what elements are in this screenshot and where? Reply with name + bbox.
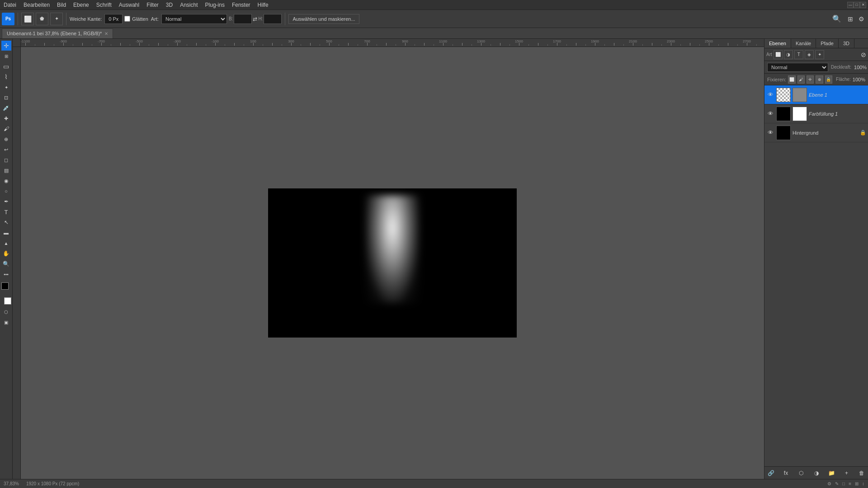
layout-icon[interactable]: ⊞ [846,15,855,23]
layers-search-toolbar: Art ⬜ ◑ T ◈ ✦ ⊘ [764,48,868,61]
eraser-tool[interactable]: ◻ [1,155,11,165]
layer-kind-filter-shape[interactable]: ◈ [805,50,814,59]
art-select[interactable]: Normal Fest definiert Festes Seitenverhä… [161,14,227,24]
workspace-wrapper: -1100-900-700-500-300-100100300500700900… [13,39,764,479]
lock-position-button[interactable]: ✛ [807,75,814,84]
eyedropper-tool[interactable]: 💉 [1,103,11,113]
glatten-checkbox[interactable] [124,16,130,22]
clone-stamp-tool[interactable]: ⊕ [1,134,11,144]
magic-wand-tool[interactable]: ✦ [50,13,63,25]
layer-mask-button[interactable]: ⬡ [797,469,806,478]
layer-link-button[interactable]: 🔗 [766,469,775,478]
rect-select-tool[interactable]: ▭ [1,61,11,71]
height-input[interactable] [264,14,282,24]
screen-mode-tool[interactable]: ▣ [1,317,11,327]
zoom-tool[interactable]: 🔍 [1,259,11,269]
width-input[interactable] [234,14,252,24]
tab-kanaele[interactable]: Kanäle [791,39,816,48]
auswahl-maskieren-button[interactable]: Auswählen und maskieren... [288,14,359,24]
crop-tool[interactable]: ⊡ [1,93,11,103]
search-icon[interactable]: 🔍 [830,14,844,23]
settings-icon[interactable]: ⚙ [857,15,866,23]
rectangular-marquee-tool[interactable]: ⬜ [21,13,34,25]
healing-tool[interactable]: ✚ [1,113,11,123]
layer-visibility-ebene1[interactable]: 👁 [766,91,774,99]
more-tools[interactable]: ••• [1,269,11,279]
main-layout: ✛ ⊞ ▭ ⌇ ✦ ⊡ 💉 ✚ 🖌 ⊕ ↩ ◻ ▤ ◉ ○ ✒ T ↖ ▬ ▲ … [0,39,868,479]
layer-style-button[interactable]: fx [782,469,791,478]
lock-artboard-button[interactable]: ⊕ [816,75,823,84]
maximize-button[interactable]: □ [854,2,860,8]
pen-tool[interactable]: ✒ [1,197,11,206]
layer-visibility-hintergrund[interactable]: 👁 [766,129,774,137]
layer-mode-select[interactable]: Normal Multiplizieren Negativ multiplizi… [767,63,828,72]
layer-thumb2-farbfullung1 [793,107,807,121]
lock-pixel-button[interactable]: 🖌 [797,75,805,84]
menu-item-fenster[interactable]: Fenster [228,1,254,9]
layer-mode-opacity-row: Normal Multiplizieren Negativ multiplizi… [764,61,868,74]
tab-pfade[interactable]: Pfade [816,39,839,48]
tab-close-icon[interactable]: ✕ [104,31,108,36]
menu-item-plugins[interactable]: Plug-ins [202,1,228,9]
weiche-kante-input[interactable] [104,14,123,24]
menu-item-ebene[interactable]: Ebene [70,1,93,9]
quick-mask-tool[interactable]: ⬡ [1,307,11,317]
layer-group-button[interactable]: 📁 [827,469,836,478]
lock-all-button[interactable]: 🔒 [825,75,832,84]
layer-kind-filter-pixel[interactable]: ⬜ [774,50,783,59]
gradient-tool[interactable]: ▤ [1,165,11,175]
layer-adjustment-button[interactable]: ◑ [812,469,821,478]
layer-item-farbfullung1[interactable]: 👁 Farbfüllung 1 [764,104,868,123]
new-layer-button[interactable]: + [842,469,851,478]
menu-item-3d[interactable]: 3D [162,1,176,9]
delete-layer-button[interactable]: 🗑 [857,469,866,478]
layer-name-hintergrund: Hintergrund [793,130,858,136]
history-brush-tool[interactable]: ↩ [1,145,11,155]
layer-lock-icon: 🔒 [860,130,866,136]
close-button[interactable]: ✕ [860,2,866,8]
move-tool[interactable]: ✛ [1,41,11,51]
lasso-tool-side[interactable]: ⌇ [1,72,11,82]
menu-item-schrift[interactable]: Schrift [93,1,115,9]
path-select-tool[interactable]: ↖ [1,217,11,227]
layer-item-ebene1[interactable]: 👁 Ebene 1 [764,85,868,104]
canvas-area[interactable] [21,47,764,479]
tab-ebenen[interactable]: Ebenen [764,39,791,48]
layer-filter-toggle[interactable]: ⊘ [861,51,866,58]
brush-tool[interactable]: 🖌 [1,124,11,134]
flaeche-value: 100% [853,77,865,82]
menu-item-ansicht[interactable]: Ansicht [176,1,201,9]
tab-3d[interactable]: 3D [839,39,854,48]
minimize-button[interactable]: — [847,2,854,8]
menu-item-bearbeiten[interactable]: Bearbeiten [20,1,53,9]
menu-item-filter[interactable]: Filter [143,1,162,9]
panel-tabs: Ebenen Kanäle Pfade 3D [764,39,868,48]
document-tab[interactable]: Unbenannt-1 bei 37,8% (Ebene 1, RGB/8)* … [2,28,113,38]
swap-icon[interactable]: ⇄ [253,16,257,22]
layer-kind-filter-adjust[interactable]: ◑ [784,50,793,59]
menu-item-datei[interactable]: Datei [0,1,20,9]
background-color[interactable] [1,295,11,305]
layer-visibility-farbfullung1[interactable]: 👁 [766,110,774,118]
artboard-tool[interactable]: ⊞ [1,51,11,61]
type-tool[interactable]: T [1,207,11,217]
hand-tool[interactable]: ✋ [1,249,11,258]
layer-item-hintergrund[interactable]: 👁 Hintergrund 🔒 [764,123,868,142]
ruler-horizontal: -1100-900-700-500-300-100100300500700900… [21,39,764,47]
3d-tool[interactable]: ▲ [1,238,11,248]
dodge-tool[interactable]: ○ [1,186,11,196]
layer-kind-filter-type[interactable]: T [794,50,803,59]
canvas-row [13,47,764,479]
blur-tool[interactable]: ◉ [1,176,11,186]
shape-tool[interactable]: ▬ [1,228,11,238]
magic-wand-side[interactable]: ✦ [1,82,11,92]
menu-item-auswahl[interactable]: Auswahl [115,1,143,9]
menu-item-bild[interactable]: Bild [53,1,70,9]
lasso-tool[interactable]: ⬟ [36,13,48,25]
menu-item-hilfe[interactable]: Hilfe [254,1,272,9]
lock-transparent-button[interactable]: ⬜ [788,75,795,84]
layer-thumb-ebene1 [776,88,791,102]
toolbar: Ps ⬜ ⬟ ✦ Weiche Kante: Glätten Art: Norm… [0,10,868,28]
layer-kind-filter-smart[interactable]: ✦ [815,50,824,59]
foreground-color[interactable] [1,282,11,292]
